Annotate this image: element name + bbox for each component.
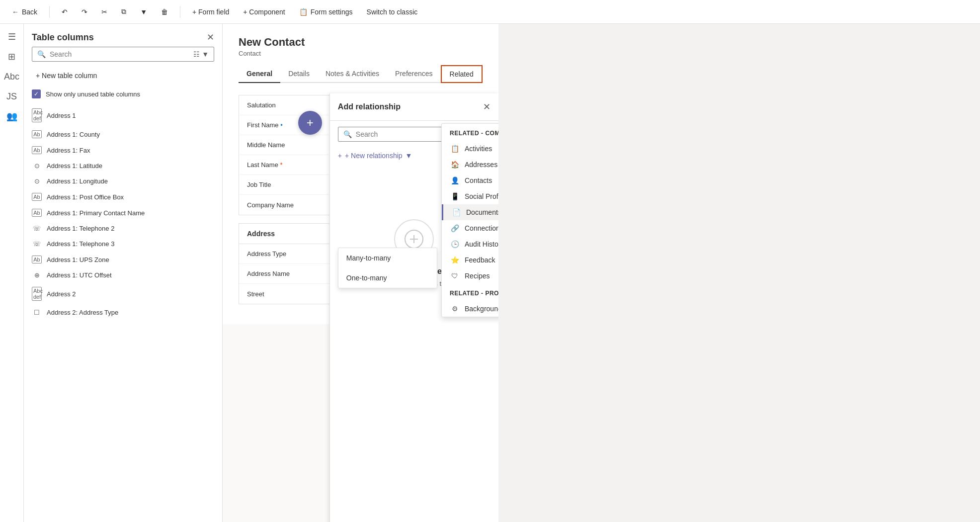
list-item[interactable]: Abcdef Address 2 — [24, 283, 222, 305]
dropdown-item-label: Background Processes — [465, 305, 498, 313]
cut-icon: ✂ — [101, 8, 107, 16]
copy-button[interactable]: ⧉ — [117, 5, 130, 18]
new-relationship-label: + New relationship — [345, 152, 403, 160]
panel-title: Add relationship — [338, 102, 401, 111]
nav-grid-icon[interactable]: ⊞ — [3, 48, 21, 66]
search-input[interactable] — [50, 50, 189, 58]
list-item[interactable]: ⊙ Address 1: Latitude — [24, 158, 222, 174]
dropdown-item-label: Documents — [466, 208, 498, 216]
component-label: + Component — [243, 8, 285, 16]
content-wrapper: Table columns ✕ 🔍 ☷ ▼ + New table column… — [24, 24, 498, 522]
tab-general[interactable]: General — [239, 65, 280, 82]
list-item[interactable]: Ab Address 1: Fax — [24, 142, 222, 158]
list-item[interactable]: Abcdef Address 1 — [24, 104, 222, 126]
switch-classic-button[interactable]: Switch to classic — [363, 6, 422, 18]
related-dropdown: Related - Common 📋 Activities 🏠 Addresse… — [441, 123, 498, 317]
undo-button[interactable]: ↶ — [58, 6, 72, 18]
delete-button[interactable]: 🗑 — [157, 6, 172, 18]
nav-people-icon[interactable]: 👥 — [3, 107, 21, 125]
list-item[interactable]: ⊙ Address 1: Longitude — [24, 174, 222, 189]
toolbar-separator — [49, 6, 50, 18]
form-title: New Contact — [239, 36, 483, 49]
column-label: Address 1: County — [47, 131, 100, 138]
text-field-icon: Ab — [32, 256, 42, 263]
list-item[interactable]: ☏ Address 1: Telephone 2 — [24, 221, 222, 236]
copy-icon: ⧉ — [121, 7, 126, 16]
undo-icon: ↶ — [62, 8, 68, 16]
one-to-many-option[interactable]: One-to-many — [338, 268, 437, 288]
list-item[interactable]: ⊕ Address 1: UTC Offset — [24, 267, 222, 283]
list-item[interactable]: Ab Address 1: Post Office Box — [24, 189, 222, 205]
list-item[interactable]: Ab Address 1: Primary Contact Name — [24, 205, 222, 221]
list-item[interactable]: ☐ Address 2: Address Type — [24, 305, 222, 320]
column-label: Address 2 — [47, 290, 76, 298]
audit-history-icon: 🕒 — [450, 240, 460, 248]
tab-preferences[interactable]: Preferences — [387, 65, 440, 82]
form-field-button[interactable]: + Form field — [188, 6, 233, 18]
dropdown-item-contacts[interactable]: 👤 Contacts — [442, 173, 498, 188]
dropdown-process-header: Related - Process Center — [442, 284, 498, 301]
filter-area[interactable]: ☷ ▼ — [193, 50, 209, 58]
choice-field-icon: ☐ — [32, 309, 42, 316]
column-label: Address 1: UTC Offset — [47, 271, 112, 279]
redo-button[interactable]: ↷ — [78, 6, 91, 18]
dropdown-item-audit-history[interactable]: 🕒 Audit History — [442, 236, 498, 252]
dropdown-common-header: Related - Common — [442, 124, 498, 141]
list-item[interactable]: ☏ Address 1: Telephone 3 — [24, 236, 222, 252]
new-column-label: + New table column — [36, 72, 97, 80]
many-to-many-label: Many-to-many — [346, 254, 391, 262]
dropdown-item-label: Recipes — [465, 272, 490, 280]
add-relationship-button[interactable]: + — [298, 111, 322, 135]
panel-close-button[interactable]: ✕ — [483, 101, 490, 112]
nav-text-icon[interactable]: Abc — [3, 68, 21, 86]
tab-notes-activities[interactable]: Notes & Activities — [318, 65, 387, 82]
dropdown-item-background-processes[interactable]: ⚙ Background Processes — [442, 301, 498, 317]
dropdown-button[interactable]: ▼ — [136, 6, 151, 18]
relationship-submenu: Many-to-many One-to-many — [338, 248, 437, 288]
back-label: Back — [22, 8, 37, 16]
checkbox-checked-icon: ✓ — [32, 89, 41, 98]
text-field-icon: Abcdef — [32, 108, 42, 122]
dropdown-item-documents[interactable]: 📄 Documents — [442, 204, 498, 220]
form-field-label: + Form field — [192, 8, 229, 16]
component-button[interactable]: + Component — [239, 6, 289, 18]
panel-search-icon: 🔍 — [343, 130, 352, 138]
dropdown-item-connections[interactable]: 🔗 Connections — [442, 220, 498, 236]
column-list: Abcdef Address 1 Ab Address 1: County Ab… — [24, 104, 222, 522]
dropdown-item-activities[interactable]: 📋 Activities — [442, 141, 498, 157]
left-panel-close-button[interactable]: ✕ — [207, 32, 214, 43]
checkbox-row[interactable]: ✓ Show only unused table columns — [32, 87, 214, 100]
dropdown-item-social-profiles[interactable]: 📱 Social Profiles — [442, 188, 498, 204]
dropdown-item-label: Audit History — [465, 240, 498, 248]
dropdown-item-addresses[interactable]: 🏠 Addresses — [442, 157, 498, 173]
nav-menu-icon[interactable]: ☰ — [3, 28, 21, 46]
tab-related[interactable]: Related — [441, 65, 483, 83]
contacts-icon: 👤 — [450, 176, 460, 184]
show-unused-label: Show only unused table columns — [46, 90, 140, 98]
dropdown-item-label: Addresses — [465, 161, 497, 169]
form-settings-button[interactable]: 📋 Form settings — [295, 6, 357, 18]
text-field-icon: Ab — [32, 209, 42, 217]
text-field-icon: Ab — [32, 193, 42, 201]
utc-field-icon: ⊕ — [32, 271, 42, 279]
list-item[interactable]: Ab Address 1: County — [24, 126, 222, 142]
cut-button[interactable]: ✂ — [97, 6, 111, 18]
dropdown-item-feedback[interactable]: ⭐ Feedback — [442, 252, 498, 268]
many-to-many-option[interactable]: Many-to-many — [338, 248, 437, 268]
form-header: New Contact Contact General Details Note… — [223, 24, 498, 83]
nav-code-icon[interactable]: JS — [3, 87, 21, 105]
back-button[interactable]: ← Back — [8, 6, 41, 18]
left-panel-header: Table columns ✕ — [24, 24, 222, 47]
documents-icon: 📄 — [451, 208, 461, 216]
left-nav: ☰ ⊞ Abc JS 👥 — [0, 24, 24, 522]
column-label: Address 1: UPS Zone — [47, 256, 109, 263]
search-icon: 🔍 — [37, 50, 46, 58]
new-column-button[interactable]: + New table column — [32, 68, 214, 84]
tab-details[interactable]: Details — [280, 65, 318, 82]
dropdown-item-recipes[interactable]: 🛡 Recipes — [442, 268, 498, 284]
trash-icon: 🗑 — [161, 8, 168, 16]
recipes-icon: 🛡 — [450, 272, 460, 280]
settings-icon: 📋 — [299, 8, 308, 16]
center-content: New Contact Contact General Details Note… — [223, 24, 498, 522]
list-item[interactable]: Ab Address 1: UPS Zone — [24, 252, 222, 267]
